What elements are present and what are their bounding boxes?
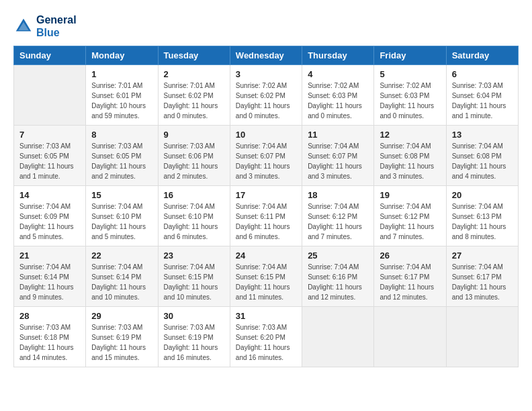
day-info: Sunrise: 7:04 AM Sunset: 6:08 PM Dayligh…	[380, 141, 440, 181]
day-info: Sunrise: 7:03 AM Sunset: 6:18 PM Dayligh…	[19, 322, 80, 363]
day-number: 31	[236, 311, 296, 321]
day-info: Sunrise: 7:04 AM Sunset: 6:14 PM Dayligh…	[19, 262, 80, 302]
day-cell	[446, 307, 518, 367]
day-info: Sunrise: 7:04 AM Sunset: 6:08 PM Dayligh…	[452, 141, 513, 181]
day-cell	[374, 307, 446, 367]
day-number: 5	[380, 69, 440, 79]
day-cell: 11Sunrise: 7:04 AM Sunset: 6:07 PM Dayli…	[302, 126, 374, 186]
day-cell: 29Sunrise: 7:03 AM Sunset: 6:19 PM Dayli…	[86, 307, 158, 367]
page-header: General Blue	[13, 13, 519, 39]
day-info: Sunrise: 7:03 AM Sunset: 6:19 PM Dayligh…	[164, 322, 224, 363]
week-row-2: 7Sunrise: 7:03 AM Sunset: 6:05 PM Daylig…	[14, 126, 519, 186]
day-number: 21	[19, 250, 80, 261]
day-header-wednesday: Wednesday	[230, 46, 302, 65]
day-cell: 19Sunrise: 7:04 AM Sunset: 6:12 PM Dayli…	[374, 186, 446, 246]
calendar-body: 1Sunrise: 7:01 AM Sunset: 6:01 PM Daylig…	[14, 65, 519, 367]
day-number: 15	[91, 190, 152, 200]
logo-text: General Blue	[36, 13, 77, 39]
day-info: Sunrise: 7:03 AM Sunset: 6:05 PM Dayligh…	[91, 141, 152, 181]
day-cell: 4Sunrise: 7:02 AM Sunset: 6:03 PM Daylig…	[302, 65, 374, 126]
day-header-monday: Monday	[86, 46, 158, 65]
week-row-3: 14Sunrise: 7:04 AM Sunset: 6:09 PM Dayli…	[14, 186, 519, 246]
day-cell: 6Sunrise: 7:03 AM Sunset: 6:04 PM Daylig…	[446, 65, 518, 126]
day-number: 25	[308, 250, 368, 261]
day-info: Sunrise: 7:04 AM Sunset: 6:07 PM Dayligh…	[236, 141, 296, 181]
day-number: 17	[236, 190, 296, 200]
day-number: 10	[236, 130, 296, 140]
day-info: Sunrise: 7:04 AM Sunset: 6:17 PM Dayligh…	[380, 262, 440, 302]
day-number: 22	[91, 250, 152, 261]
day-number: 1	[91, 69, 152, 79]
day-cell: 16Sunrise: 7:04 AM Sunset: 6:10 PM Dayli…	[158, 186, 230, 246]
day-cell: 13Sunrise: 7:04 AM Sunset: 6:08 PM Dayli…	[446, 126, 518, 186]
day-info: Sunrise: 7:04 AM Sunset: 6:12 PM Dayligh…	[380, 201, 440, 242]
day-info: Sunrise: 7:02 AM Sunset: 6:03 PM Dayligh…	[380, 81, 440, 121]
day-cell: 5Sunrise: 7:02 AM Sunset: 6:03 PM Daylig…	[374, 65, 446, 126]
day-number: 29	[91, 311, 152, 321]
day-cell: 24Sunrise: 7:04 AM Sunset: 6:15 PM Dayli…	[230, 246, 302, 307]
day-cell: 22Sunrise: 7:04 AM Sunset: 6:14 PM Dayli…	[86, 246, 158, 307]
day-cell: 17Sunrise: 7:04 AM Sunset: 6:11 PM Dayli…	[230, 186, 302, 246]
day-info: Sunrise: 7:04 AM Sunset: 6:16 PM Dayligh…	[308, 262, 368, 302]
day-number: 11	[308, 130, 368, 140]
day-number: 20	[452, 190, 513, 200]
day-cell: 25Sunrise: 7:04 AM Sunset: 6:16 PM Dayli…	[302, 246, 374, 307]
day-cell: 3Sunrise: 7:02 AM Sunset: 6:02 PM Daylig…	[230, 65, 302, 126]
day-header-tuesday: Tuesday	[158, 46, 230, 65]
week-row-5: 28Sunrise: 7:03 AM Sunset: 6:18 PM Dayli…	[14, 307, 519, 367]
day-info: Sunrise: 7:04 AM Sunset: 6:07 PM Dayligh…	[308, 141, 368, 181]
day-cell: 20Sunrise: 7:04 AM Sunset: 6:13 PM Dayli…	[446, 186, 518, 246]
day-number: 18	[308, 190, 368, 200]
day-info: Sunrise: 7:04 AM Sunset: 6:10 PM Dayligh…	[91, 201, 152, 242]
day-info: Sunrise: 7:03 AM Sunset: 6:06 PM Dayligh…	[164, 141, 224, 181]
day-header-thursday: Thursday	[302, 46, 374, 65]
day-header-saturday: Saturday	[446, 46, 518, 65]
day-cell: 14Sunrise: 7:04 AM Sunset: 6:09 PM Dayli…	[14, 186, 86, 246]
day-number: 13	[452, 130, 513, 140]
day-cell: 18Sunrise: 7:04 AM Sunset: 6:12 PM Dayli…	[302, 186, 374, 246]
day-cell	[14, 65, 86, 126]
day-info: Sunrise: 7:01 AM Sunset: 6:01 PM Dayligh…	[91, 81, 152, 121]
days-of-week-row: SundayMondayTuesdayWednesdayThursdayFrid…	[14, 46, 519, 65]
day-number: 24	[236, 250, 296, 261]
week-row-1: 1Sunrise: 7:01 AM Sunset: 6:01 PM Daylig…	[14, 65, 519, 126]
day-number: 16	[164, 190, 224, 200]
day-info: Sunrise: 7:04 AM Sunset: 6:14 PM Dayligh…	[91, 262, 152, 302]
day-cell	[302, 307, 374, 367]
day-number: 14	[19, 190, 80, 200]
day-info: Sunrise: 7:04 AM Sunset: 6:15 PM Dayligh…	[164, 262, 224, 302]
day-cell: 9Sunrise: 7:03 AM Sunset: 6:06 PM Daylig…	[158, 126, 230, 186]
week-row-4: 21Sunrise: 7:04 AM Sunset: 6:14 PM Dayli…	[14, 246, 519, 307]
day-info: Sunrise: 7:03 AM Sunset: 6:19 PM Dayligh…	[91, 322, 152, 363]
day-cell: 12Sunrise: 7:04 AM Sunset: 6:08 PM Dayli…	[374, 126, 446, 186]
day-info: Sunrise: 7:04 AM Sunset: 6:15 PM Dayligh…	[236, 262, 296, 302]
day-cell: 10Sunrise: 7:04 AM Sunset: 6:07 PM Dayli…	[230, 126, 302, 186]
day-cell: 8Sunrise: 7:03 AM Sunset: 6:05 PM Daylig…	[86, 126, 158, 186]
day-number: 27	[452, 250, 513, 261]
day-cell: 26Sunrise: 7:04 AM Sunset: 6:17 PM Dayli…	[374, 246, 446, 307]
day-number: 4	[308, 69, 368, 79]
day-number: 8	[91, 130, 152, 140]
calendar-header: SundayMondayTuesdayWednesdayThursdayFrid…	[14, 46, 519, 65]
day-cell: 2Sunrise: 7:01 AM Sunset: 6:02 PM Daylig…	[158, 65, 230, 126]
day-cell: 30Sunrise: 7:03 AM Sunset: 6:19 PM Dayli…	[158, 307, 230, 367]
day-number: 28	[19, 311, 80, 321]
day-info: Sunrise: 7:03 AM Sunset: 6:05 PM Dayligh…	[19, 141, 80, 181]
day-number: 19	[380, 190, 440, 200]
day-number: 26	[380, 250, 440, 261]
day-info: Sunrise: 7:04 AM Sunset: 6:17 PM Dayligh…	[452, 262, 513, 302]
day-cell: 27Sunrise: 7:04 AM Sunset: 6:17 PM Dayli…	[446, 246, 518, 307]
day-number: 3	[236, 69, 296, 79]
day-info: Sunrise: 7:04 AM Sunset: 6:13 PM Dayligh…	[452, 201, 513, 242]
day-info: Sunrise: 7:04 AM Sunset: 6:09 PM Dayligh…	[19, 201, 80, 242]
day-info: Sunrise: 7:04 AM Sunset: 6:10 PM Dayligh…	[164, 201, 224, 242]
day-cell: 15Sunrise: 7:04 AM Sunset: 6:10 PM Dayli…	[86, 186, 158, 246]
day-cell: 31Sunrise: 7:03 AM Sunset: 6:20 PM Dayli…	[230, 307, 302, 367]
day-cell: 21Sunrise: 7:04 AM Sunset: 6:14 PM Dayli…	[14, 246, 86, 307]
day-number: 12	[380, 130, 440, 140]
logo-icon	[13, 16, 34, 36]
day-info: Sunrise: 7:01 AM Sunset: 6:02 PM Dayligh…	[164, 81, 224, 121]
day-cell: 28Sunrise: 7:03 AM Sunset: 6:18 PM Dayli…	[14, 307, 86, 367]
day-number: 2	[164, 69, 224, 79]
day-info: Sunrise: 7:02 AM Sunset: 6:02 PM Dayligh…	[236, 81, 296, 121]
